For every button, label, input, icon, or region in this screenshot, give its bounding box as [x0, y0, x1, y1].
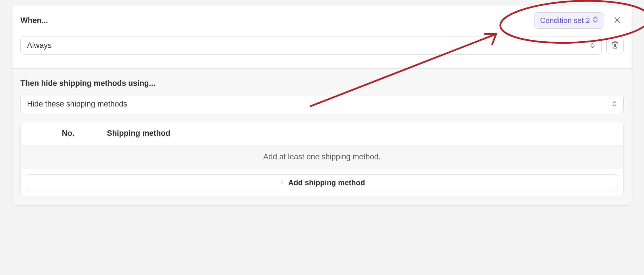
when-title: When...	[20, 16, 527, 25]
action-select[interactable]: Hide these shipping methods	[20, 95, 624, 113]
action-select-value: Hide these shipping methods	[27, 100, 127, 109]
table-footer: Add shipping method	[21, 169, 623, 196]
condition-select[interactable]: Always	[20, 36, 602, 55]
when-header-row: When... Condition set 2	[12, 5, 632, 29]
trash-icon	[611, 41, 619, 50]
shipping-methods-card: No. Shipping method Add at least one shi…	[20, 122, 624, 196]
stepper-icon	[593, 16, 598, 26]
stepper-icon	[612, 100, 617, 108]
stepper-icon	[590, 41, 595, 49]
condition-set-badge[interactable]: Condition set 2	[534, 12, 604, 29]
col-method-header: Shipping method	[107, 129, 615, 138]
table-header: No. Shipping method	[21, 122, 623, 145]
add-shipping-method-button[interactable]: Add shipping method	[26, 174, 618, 191]
condition-card: When... Condition set 2 Always	[12, 5, 632, 205]
then-title: Then hide shipping methods using...	[20, 79, 624, 88]
plus-icon	[279, 178, 285, 187]
col-no-header: No.	[29, 129, 107, 138]
close-button[interactable]	[611, 14, 624, 27]
condition-set-label: Condition set 2	[540, 16, 590, 25]
delete-condition-button[interactable]	[606, 37, 624, 54]
then-section: Then hide shipping methods using... Hide…	[12, 68, 632, 205]
empty-state-message: Add at least one shipping method.	[21, 145, 623, 169]
condition-select-value: Always	[27, 41, 52, 50]
when-body: Always	[12, 29, 632, 68]
add-shipping-method-label: Add shipping method	[288, 178, 365, 187]
close-icon	[613, 16, 621, 25]
